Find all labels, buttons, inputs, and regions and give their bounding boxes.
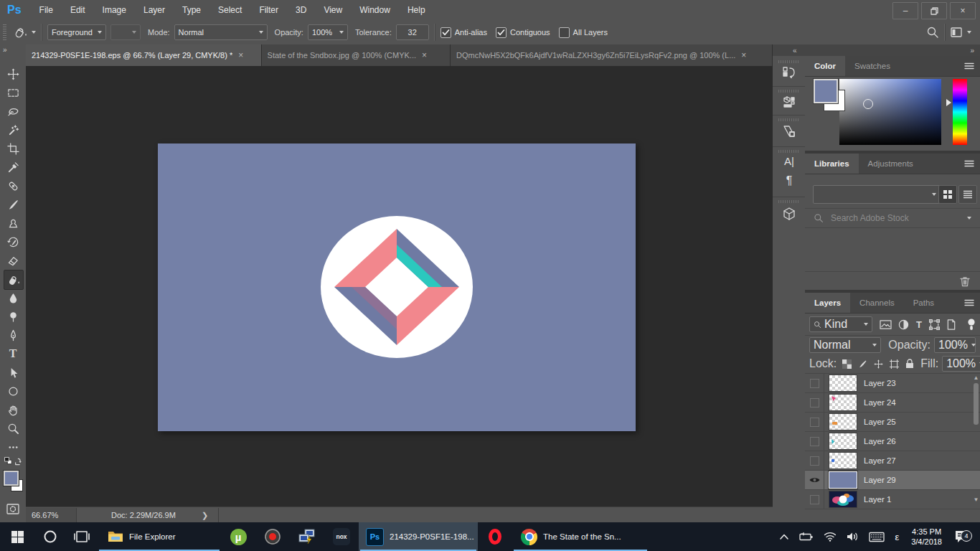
document-tab-3[interactable]: DQmcNwH5X2bQFk6AjdfV1wRaLZXH3gy6Zn5i7EiL… [451, 44, 773, 66]
menu-select[interactable]: Select [209, 0, 250, 20]
layer-row[interactable]: Layer 24 [805, 393, 980, 413]
layer-thumbnail[interactable] [829, 491, 857, 508]
taskbar-file-explorer[interactable]: File Explorer [98, 522, 221, 551]
color-cursor[interactable] [863, 99, 873, 109]
zoom-tool[interactable] [4, 419, 22, 438]
search-scope-chevron[interactable] [967, 217, 971, 220]
fill-source-select[interactable]: Foreground [47, 24, 106, 40]
dodge-tool[interactable] [4, 307, 22, 326]
filter-pixel-layers-icon[interactable] [880, 319, 892, 330]
taskbar-putty[interactable] [290, 522, 324, 551]
more-tools-button[interactable] [4, 438, 22, 456]
list-view-button[interactable] [958, 185, 977, 204]
tab-channels[interactable]: Channels [850, 293, 904, 313]
expand-panels-icon[interactable]: » [970, 47, 974, 55]
tab-adjustments[interactable]: Adjustments [859, 154, 923, 174]
panel-menu-icon[interactable] [964, 299, 974, 306]
foreground-color-swatch[interactable] [4, 471, 19, 486]
start-button[interactable] [0, 522, 34, 551]
filter-toggle[interactable] [967, 319, 976, 331]
grid-view-button[interactable] [938, 185, 957, 204]
tolerance-input[interactable]: 32 [396, 24, 429, 40]
foreground-color-swatch[interactable] [814, 79, 838, 103]
visibility-toggle[interactable] [805, 471, 824, 489]
visibility-toggle[interactable] [805, 393, 824, 412]
search-input[interactable] [829, 212, 963, 224]
adobe-stock-search[interactable] [805, 208, 980, 228]
visibility-toggle[interactable] [805, 451, 824, 470]
panel-menu-icon[interactable] [964, 62, 974, 70]
visibility-toggle[interactable] [805, 432, 824, 451]
action-center-button[interactable]: 4 [954, 530, 969, 543]
hue-slider-arrow[interactable] [946, 99, 951, 106]
minimize-button[interactable]: – [892, 2, 918, 19]
magic-wand-tool[interactable] [4, 121, 22, 139]
tab-libraries[interactable]: Libraries [805, 154, 859, 174]
filter-adjustment-layers-icon[interactable] [898, 319, 909, 330]
clone-stamp-tool[interactable] [4, 214, 22, 232]
library-select[interactable] [813, 185, 941, 204]
lock-transparency-icon[interactable] [842, 359, 852, 369]
document-tab-1[interactable]: 214329-P0SF1E-198.eps @ 66.7% (Layer 29,… [26, 44, 262, 66]
pattern-picker[interactable] [110, 24, 141, 40]
battery-icon[interactable] [799, 532, 814, 542]
taskbar-nox[interactable]: nox [324, 522, 359, 551]
scroll-down-icon[interactable]: ▼ [973, 496, 979, 504]
menu-filter[interactable]: Filter [250, 0, 287, 20]
scroll-thumb[interactable] [974, 383, 979, 425]
layer-thumbnail[interactable] [829, 452, 857, 469]
paint-bucket-tool[interactable] [4, 270, 24, 290]
anti-alias-checkbox[interactable] [440, 27, 451, 38]
layer-thumbnail[interactable] [829, 394, 857, 411]
zoom-level-field[interactable]: 66.67% [26, 508, 77, 523]
layer-row[interactable]: Layer 25 [805, 413, 980, 432]
hand-tool[interactable] [4, 400, 22, 419]
touch-keyboard-icon[interactable] [869, 532, 885, 542]
tab-close-icon[interactable]: × [741, 50, 746, 60]
taskbar-utorrent[interactable]: µ [221, 522, 255, 551]
filter-kind-select[interactable]: Kind [809, 316, 872, 332]
tab-paths[interactable]: Paths [904, 293, 943, 313]
properties-panel-icon[interactable] [781, 95, 798, 110]
cortana-button[interactable] [34, 522, 66, 551]
canvas-pasteboard[interactable] [26, 66, 773, 507]
layer-row[interactable]: Layer 23 [805, 374, 980, 393]
rectangular-marquee-tool[interactable] [4, 83, 22, 102]
filter-shape-layers-icon[interactable] [929, 319, 940, 330]
spot-healing-brush-tool[interactable] [4, 176, 22, 195]
menu-window[interactable]: Window [351, 0, 399, 20]
blur-tool[interactable] [4, 288, 22, 307]
filter-smart-objects-icon[interactable] [946, 319, 956, 330]
paragraph-panel-icon[interactable]: ¶ [781, 174, 798, 187]
taskbar-photoshop[interactable]: Ps 214329-P0SF1E-198... [359, 522, 478, 551]
mode-select[interactable]: Normal [174, 24, 268, 40]
toolbar-collapse-button[interactable]: » [3, 46, 6, 54]
blend-mode-select[interactable]: Normal [809, 337, 881, 353]
pen-tool[interactable] [4, 326, 22, 344]
type-tool[interactable]: T [4, 344, 22, 363]
task-view-button[interactable] [66, 522, 98, 551]
tab-layers[interactable]: Layers [805, 293, 850, 313]
layer-row-selected[interactable]: Layer 29 [805, 471, 980, 490]
collapse-panels-icon[interactable]: « [793, 47, 797, 55]
all-layers-checkbox[interactable] [559, 27, 570, 38]
status-chevron-icon[interactable]: ❯ [202, 511, 208, 520]
character-panel-icon[interactable]: A| [781, 155, 798, 167]
tab-close-icon[interactable]: × [238, 50, 243, 60]
language-indicator[interactable]: ε [895, 532, 899, 542]
menu-layer[interactable]: Layer [135, 0, 174, 20]
menu-edit[interactable]: Edit [62, 0, 94, 20]
close-button[interactable]: × [950, 2, 976, 19]
3d-panel-icon[interactable] [781, 207, 798, 221]
tab-color[interactable]: Color [805, 56, 845, 76]
hue-slider[interactable] [953, 79, 967, 145]
layer-thumbnail[interactable] [829, 471, 857, 489]
transform-panel-icon[interactable] [781, 124, 798, 140]
scroll-up-icon[interactable]: ▲ [973, 375, 979, 382]
layer-thumbnail[interactable] [829, 433, 857, 450]
panel-menu-icon[interactable] [964, 160, 974, 167]
workspace-switcher[interactable] [951, 27, 971, 38]
lock-all-icon[interactable] [905, 359, 914, 369]
layer-thumbnail[interactable] [829, 375, 857, 392]
history-panel-icon[interactable] [781, 66, 798, 80]
